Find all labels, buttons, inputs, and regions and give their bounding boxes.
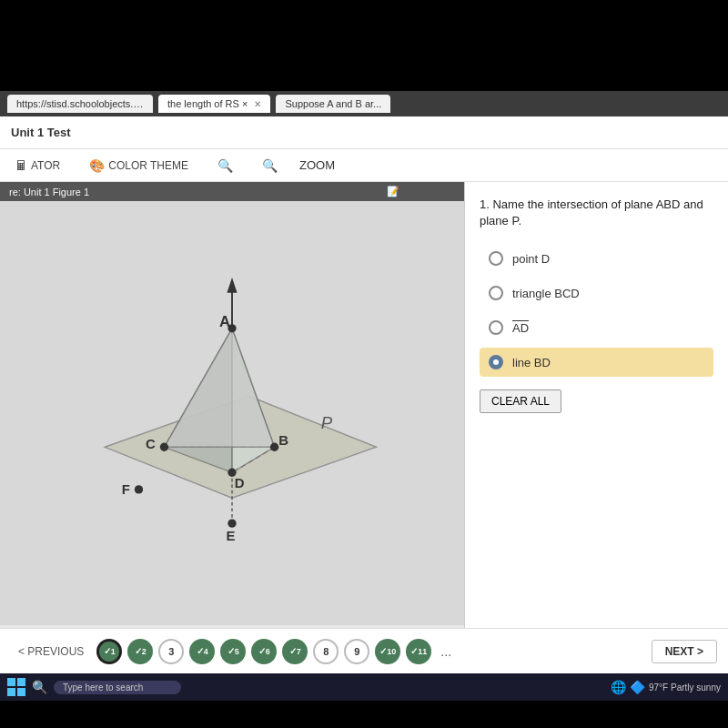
question-bubble-2[interactable]: ✓ 2 — [127, 639, 153, 664]
main-content: re: Unit 1 Figure 1 📝 ADD NOTE — [0, 182, 728, 628]
radio-d — [489, 355, 503, 369]
windows-start-button[interactable] — [7, 678, 25, 696]
bottom-navigation: < PREVIOUS ✓ 1 ✓ 2 3 ✓ 4 ✓ 5 ✓ 6 ✓ 7 8 9 — [0, 628, 728, 673]
chrome-icon[interactable]: 🌐 — [611, 680, 626, 694]
check-icon-10: ✓ — [379, 646, 387, 656]
point-a-label: A — [219, 313, 230, 330]
question-bubble-3[interactable]: 3 — [158, 639, 184, 664]
note-icon: 📝 — [387, 186, 399, 197]
figure-reference-label: re: Unit 1 Figure 1 — [9, 187, 89, 197]
tab-close-icon[interactable]: ✕ — [254, 99, 261, 109]
question-bubble-1[interactable]: ✓ 1 — [96, 639, 122, 664]
more-questions-button[interactable]: ... — [437, 644, 455, 659]
browser-tab-3[interactable]: Suppose A and B ar... — [276, 95, 390, 113]
point-c-label: C — [146, 437, 156, 451]
figure-panel: re: Unit 1 Figure 1 📝 ADD NOTE — [0, 182, 464, 628]
question-bubble-9[interactable]: 9 — [344, 639, 369, 664]
taskbar: 🔍 Type here to search 🌐 🔷 97°F Partly su… — [0, 673, 728, 701]
browser-tab-active[interactable]: the length of RS × ✕ — [158, 95, 270, 113]
point-b-label: B — [278, 433, 288, 448]
edge-icon[interactable]: 🔷 — [630, 680, 645, 694]
taskbar-right: 🌐 🔷 97°F Partly sunny — [611, 680, 721, 694]
question-text: 1. Name the intersection of plane ABD an… — [480, 197, 713, 229]
taskbar-search[interactable]: Type here to search — [54, 681, 181, 694]
palette-icon: 🎨 — [89, 158, 105, 173]
check-icon-4: ✓ — [197, 646, 204, 656]
check-icon-5: ✓ — [228, 646, 235, 656]
question-bubble-8[interactable]: 8 — [313, 639, 339, 664]
point-d-label: D — [235, 476, 245, 490]
zoom-increase-button[interactable]: 🔍 — [255, 155, 285, 177]
zoom-decrease-button[interactable]: 🔍 — [210, 155, 240, 177]
answer-option-a[interactable]: point D — [480, 244, 713, 273]
monitor-bezel — [0, 0, 728, 91]
answer-option-b[interactable]: triangle BCD — [480, 278, 713, 308]
point-e-label: E — [226, 529, 235, 543]
app-header: Unit 1 Test — [0, 116, 728, 149]
question-panel: 1. Name the intersection of plane ABD an… — [464, 182, 728, 628]
app-title: Unit 1 Test — [11, 126, 71, 139]
zoom-out-icon: 🔍 — [217, 158, 233, 173]
color-theme-button[interactable]: 🎨 COLOR THEME — [82, 155, 196, 177]
next-button[interactable]: NEXT > — [652, 640, 717, 663]
radio-a — [489, 251, 503, 266]
answer-option-d[interactable]: line BD — [480, 348, 713, 377]
check-icon-7: ✓ — [289, 646, 297, 656]
browser-chrome: https://stisd.schoolobjects.com... the l… — [0, 91, 728, 116]
zoom-label: ZOOM — [299, 158, 335, 172]
search-icon[interactable]: 🔍 — [29, 680, 50, 694]
zoom-in-icon: 🔍 — [262, 158, 278, 173]
answer-option-c[interactable]: AD — [480, 313, 713, 342]
browser-tab-url[interactable]: https://stisd.schoolobjects.com... — [7, 95, 153, 113]
face-abc — [164, 329, 274, 447]
add-note-button[interactable]: 📝 ADD NOTE — [387, 186, 455, 197]
point-c-dot — [160, 443, 168, 451]
weather-display: 97°F Partly sunny — [649, 682, 721, 693]
question-bubble-4[interactable]: ✓ 4 — [189, 639, 215, 664]
question-bubble-7[interactable]: ✓ 7 — [282, 639, 308, 664]
calculator-icon: 🖩 — [15, 158, 27, 173]
radio-c — [489, 320, 503, 335]
question-bubble-6[interactable]: ✓ 6 — [251, 639, 277, 664]
check-icon-2: ✓ — [135, 646, 142, 656]
point-b-dot — [270, 443, 278, 451]
point-f-label: F — [122, 482, 130, 497]
calculator-button[interactable]: 🖩 ATOR — [7, 155, 67, 177]
toolbar: 🖩 ATOR 🎨 COLOR THEME 🔍 🔍 ZOOM — [0, 149, 728, 182]
radio-b — [489, 286, 503, 300]
point-f-dot — [135, 485, 143, 493]
check-icon-6: ✓ — [258, 646, 266, 656]
plane-p-label: P — [321, 413, 333, 432]
question-bubble-11[interactable]: ✓ 11 — [406, 639, 431, 664]
geometry-svg: A B C D E F P — [0, 201, 464, 625]
question-bubble-5[interactable]: ✓ 5 — [220, 639, 246, 664]
taskbar-left: 🔍 Type here to search — [7, 678, 181, 696]
previous-button[interactable]: < PREVIOUS — [11, 642, 91, 662]
clear-all-button[interactable]: CLEAR ALL — [480, 389, 561, 413]
point-e-dot — [228, 520, 236, 528]
question-bubble-10[interactable]: ✓ 10 — [375, 639, 400, 664]
figure-header: re: Unit 1 Figure 1 📝 ADD NOTE — [0, 182, 464, 201]
check-icon-1: ✓ — [104, 646, 111, 656]
answer-c-text: AD — [512, 321, 529, 335]
check-icon-11: ✓ — [410, 646, 418, 656]
arrow-head — [227, 278, 237, 293]
figure-canvas: A B C D E F P — [0, 201, 464, 625]
